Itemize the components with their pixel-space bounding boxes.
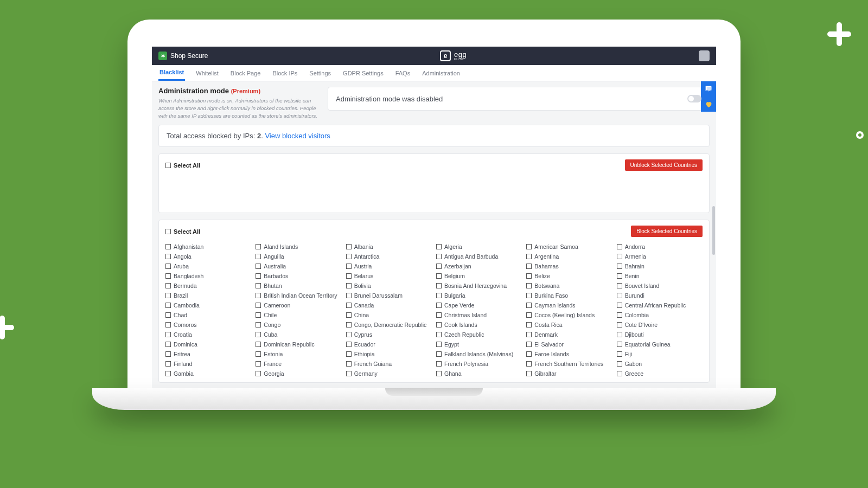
country-item[interactable]: Barbados: [256, 273, 341, 279]
country-item[interactable]: Belize: [526, 273, 612, 279]
country-item[interactable]: Finland: [165, 361, 251, 367]
checkbox-icon[interactable]: [526, 254, 532, 259]
checkbox-icon[interactable]: [346, 361, 352, 367]
checkbox-icon[interactable]: [617, 332, 622, 337]
tab-blacklist[interactable]: Blacklist: [158, 65, 185, 81]
country-item[interactable]: Cook Islands: [436, 322, 522, 328]
checkbox-icon[interactable]: [256, 361, 261, 367]
chat-icon[interactable]: [701, 81, 716, 97]
country-item[interactable]: French Guiana: [346, 361, 432, 367]
country-item[interactable]: Burundi: [617, 292, 703, 299]
unblock-selected-button[interactable]: Unblock Selected Countries: [625, 159, 703, 171]
country-item[interactable]: Dominican Republic: [256, 341, 341, 348]
checkbox-icon[interactable]: [346, 312, 352, 318]
tab-block-page[interactable]: Block Page: [229, 65, 262, 81]
country-item[interactable]: Egypt: [436, 341, 522, 348]
checkbox-icon[interactable]: [346, 244, 352, 249]
country-item[interactable]: Fiji: [617, 351, 703, 357]
checkbox-icon[interactable]: [256, 254, 261, 259]
country-item[interactable]: Aruba: [165, 263, 251, 269]
country-item[interactable]: Canada: [346, 302, 432, 309]
checkbox-icon[interactable]: [346, 303, 352, 308]
checkbox-icon[interactable]: [436, 264, 442, 269]
checkbox-icon[interactable]: [346, 254, 352, 259]
country-item[interactable]: Ghana: [436, 370, 522, 377]
country-item[interactable]: Georgia: [256, 370, 341, 377]
checkbox-icon[interactable]: [165, 371, 171, 376]
country-item[interactable]: Cape Verde: [436, 302, 522, 309]
checkbox-icon[interactable]: [436, 371, 442, 376]
country-item[interactable]: Belgium: [436, 273, 522, 279]
tab-administration[interactable]: Administration: [421, 65, 461, 81]
country-item[interactable]: British Indian Ocean Territory: [256, 292, 341, 299]
checkbox-icon[interactable]: [436, 283, 442, 288]
country-item[interactable]: Cocos (Keeling) Islands: [526, 312, 612, 318]
checkbox-icon[interactable]: [165, 273, 171, 279]
country-item[interactable]: French Southern Territories: [526, 361, 612, 367]
country-item[interactable]: Cayman Islands: [526, 302, 612, 309]
country-item[interactable]: Cameroon: [256, 302, 341, 309]
country-item[interactable]: Eritrea: [165, 351, 251, 357]
view-blocked-link[interactable]: View blocked visitors: [265, 132, 330, 140]
checkbox-icon[interactable]: [526, 312, 532, 318]
country-item[interactable]: Aland Islands: [256, 243, 341, 250]
country-item[interactable]: Angola: [165, 253, 251, 260]
country-item[interactable]: Djibouti: [617, 331, 703, 338]
checkbox-icon[interactable]: [617, 342, 622, 347]
checkbox-icon[interactable]: [617, 303, 622, 308]
checkbox-icon[interactable]: [617, 371, 622, 376]
country-item[interactable]: Gibraltar: [526, 370, 612, 377]
country-item[interactable]: Colombia: [617, 312, 703, 318]
select-all-blocked[interactable]: Select All: [165, 162, 200, 169]
checkbox-icon[interactable]: [165, 254, 171, 259]
checkbox-icon[interactable]: [526, 273, 532, 279]
checkbox-icon[interactable]: [617, 264, 622, 269]
country-item[interactable]: Bouvet Island: [617, 282, 703, 289]
checkbox-icon[interactable]: [526, 371, 532, 376]
country-item[interactable]: Comoros: [165, 322, 251, 328]
checkbox-icon[interactable]: [256, 371, 261, 376]
checkbox-icon[interactable]: [346, 264, 352, 269]
country-item[interactable]: Equatorial Guinea: [617, 341, 703, 348]
checkbox-icon[interactable]: [526, 361, 532, 367]
country-item[interactable]: Antigua And Barbuda: [436, 253, 522, 260]
country-item[interactable]: Dominica: [165, 341, 251, 348]
tab-faqs[interactable]: FAQs: [394, 65, 412, 81]
country-item[interactable]: Austria: [346, 263, 432, 269]
checkbox-icon[interactable]: [436, 361, 442, 367]
checkbox-icon[interactable]: [256, 312, 261, 318]
country-item[interactable]: Bahrain: [617, 263, 703, 269]
checkbox-icon[interactable]: [436, 312, 442, 318]
country-item[interactable]: Bangladesh: [165, 273, 251, 279]
country-item[interactable]: Antarctica: [346, 253, 432, 260]
checkbox-icon[interactable]: [346, 322, 352, 328]
checkbox-icon[interactable]: [165, 229, 171, 234]
checkbox-icon[interactable]: [165, 283, 171, 288]
country-item[interactable]: Bosnia And Herzegovina: [436, 282, 522, 289]
country-item[interactable]: Germany: [346, 370, 432, 377]
country-item[interactable]: Anguilla: [256, 253, 341, 260]
country-item[interactable]: Azerbaijan: [436, 263, 522, 269]
country-item[interactable]: Botswana: [526, 282, 612, 289]
checkbox-icon[interactable]: [165, 163, 171, 168]
checkbox-icon[interactable]: [617, 312, 622, 318]
scrollbar-thumb[interactable]: [712, 206, 715, 255]
checkbox-icon[interactable]: [526, 322, 532, 328]
country-item[interactable]: Ethiopia: [346, 351, 432, 357]
checkbox-icon[interactable]: [256, 283, 261, 288]
block-selected-button[interactable]: Block Selected Countries: [631, 226, 703, 237]
checkbox-icon[interactable]: [436, 273, 442, 279]
country-item[interactable]: Chad: [165, 312, 251, 318]
checkbox-icon[interactable]: [256, 273, 261, 279]
country-item[interactable]: China: [346, 312, 432, 318]
checkbox-icon[interactable]: [617, 361, 622, 367]
checkbox-icon[interactable]: [256, 303, 261, 308]
checkbox-icon[interactable]: [165, 293, 171, 298]
country-item[interactable]: Christmas Island: [436, 312, 522, 318]
checkbox-icon[interactable]: [436, 332, 442, 337]
checkbox-icon[interactable]: [346, 332, 352, 337]
checkbox-icon[interactable]: [346, 342, 352, 347]
country-item[interactable]: Chile: [256, 312, 341, 318]
country-item[interactable]: France: [256, 361, 341, 367]
checkbox-icon[interactable]: [617, 351, 622, 357]
